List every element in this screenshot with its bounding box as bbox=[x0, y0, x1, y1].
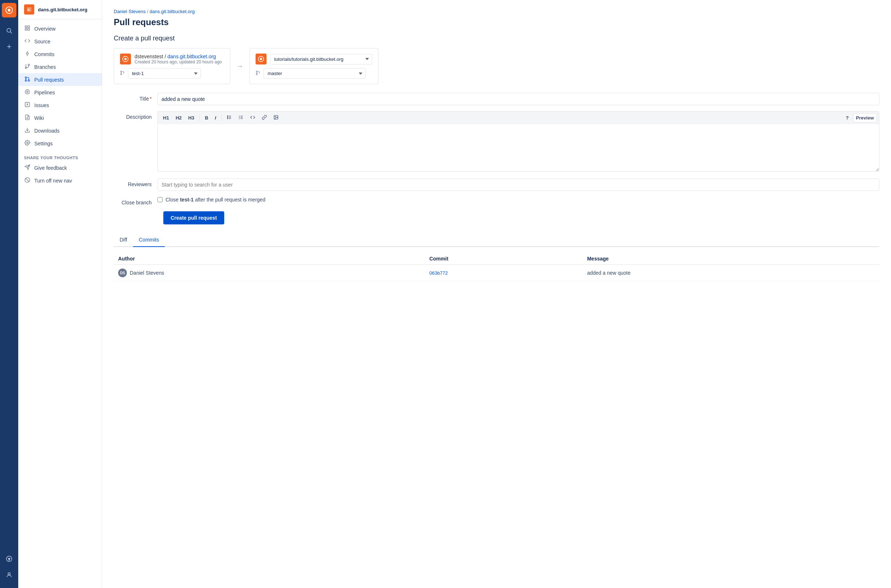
svg-point-21 bbox=[25, 80, 27, 81]
toolbar-ul[interactable] bbox=[224, 113, 235, 123]
toolbar-preview[interactable]: Preview bbox=[853, 113, 877, 122]
wiki-icon bbox=[24, 114, 31, 122]
svg-point-38 bbox=[124, 58, 126, 60]
sidebar-item-label-commits: Commits bbox=[34, 51, 54, 57]
sidebar-logo: S bbox=[24, 4, 34, 15]
svg-point-52 bbox=[227, 118, 228, 119]
app-logo[interactable] bbox=[2, 3, 17, 18]
description-row: Description H1 H2 H3 B I 1.2.3. bbox=[114, 111, 879, 172]
svg-line-36 bbox=[26, 178, 29, 182]
svg-rect-11 bbox=[25, 26, 27, 28]
tabs: Diff Commits bbox=[114, 233, 879, 247]
sidebar-item-label-pr: Pull requests bbox=[34, 77, 64, 83]
source-repo-meta: Created 20 hours ago, updated 20 hours a… bbox=[135, 59, 222, 64]
toolbar-right: ? Preview bbox=[843, 113, 877, 122]
svg-point-34 bbox=[27, 142, 28, 144]
toolbar-h2[interactable]: H2 bbox=[173, 113, 185, 122]
sidebar-item-label-feedback: Give feedback bbox=[34, 165, 67, 171]
sidebar-item-feedback[interactable]: Give feedback bbox=[18, 161, 102, 174]
user-icon[interactable] bbox=[2, 568, 17, 582]
sidebar-item-commits[interactable]: Commits bbox=[18, 48, 102, 60]
target-branch-select[interactable]: master bbox=[264, 68, 366, 79]
sidebar-item-settings[interactable]: Settings bbox=[18, 137, 102, 150]
settings-icon bbox=[24, 140, 31, 147]
svg-text:?: ? bbox=[8, 557, 10, 561]
sidebar-item-branches[interactable]: Branches bbox=[18, 60, 102, 73]
close-branch-checkbox[interactable] bbox=[158, 197, 162, 202]
svg-point-50 bbox=[227, 116, 228, 117]
sidebar-item-label-turn-off: Turn off new nav bbox=[34, 178, 72, 184]
sidebar-item-turn-off-nav[interactable]: Turn off new nav bbox=[18, 174, 102, 187]
svg-point-43 bbox=[260, 58, 262, 60]
sidebar-item-overview[interactable]: Overview bbox=[18, 22, 102, 35]
target-branch-icon bbox=[255, 70, 261, 77]
target-repo-avatar bbox=[255, 54, 266, 64]
branches-icon bbox=[24, 63, 31, 70]
sidebar: S dans.git.bitbucket.org Overview Source… bbox=[18, 0, 102, 588]
toolbar-image[interactable] bbox=[270, 113, 281, 123]
svg-point-51 bbox=[227, 117, 228, 118]
col-message: Message bbox=[583, 253, 879, 265]
svg-point-8 bbox=[8, 573, 10, 575]
svg-point-40 bbox=[121, 70, 122, 72]
toolbar-help[interactable]: ? bbox=[843, 113, 852, 122]
breadcrumb-user[interactable]: Daniel Stevens bbox=[114, 9, 146, 14]
toolbar-code[interactable] bbox=[247, 113, 258, 123]
issues-icon bbox=[24, 102, 31, 109]
commit-hash[interactable]: 063b772 bbox=[430, 270, 448, 276]
sidebar-item-label-downloads: Downloads bbox=[34, 128, 59, 134]
toolbar-h3[interactable]: H3 bbox=[185, 113, 197, 122]
toolbar-ol[interactable]: 1.2.3. bbox=[236, 113, 246, 123]
feedback-icon bbox=[24, 164, 31, 171]
sidebar-repo-name: dans.git.bitbucket.org bbox=[38, 7, 87, 12]
source-repo-name: dstevenstest / dans.git.bitbucket.org bbox=[135, 54, 222, 59]
sidebar-item-source[interactable]: Source bbox=[18, 35, 102, 48]
reviewers-input[interactable] bbox=[158, 178, 879, 191]
overview-icon bbox=[24, 25, 31, 32]
pull-requests-icon bbox=[24, 76, 31, 83]
main-content: Daniel Stevens / dans.git.bitbucket.org … bbox=[102, 0, 891, 588]
tab-commits[interactable]: Commits bbox=[133, 233, 165, 247]
avatar: DS bbox=[118, 268, 127, 277]
toolbar-bold[interactable]: B bbox=[202, 113, 211, 122]
source-icon bbox=[24, 38, 31, 45]
target-repo-select[interactable]: tutorials/tutorials.git.bitbucket.org bbox=[270, 54, 372, 64]
title-input[interactable] bbox=[158, 93, 879, 105]
source-branch-select[interactable]: test-1 bbox=[128, 68, 201, 79]
create-icon[interactable] bbox=[2, 39, 17, 54]
col-author: Author bbox=[114, 253, 425, 265]
sidebar-item-wiki[interactable]: Wiki bbox=[18, 111, 102, 124]
sidebar-item-label-wiki: Wiki bbox=[34, 115, 44, 121]
share-section-label: SHARE YOUR THOUGHTS bbox=[18, 150, 102, 161]
description-textarea[interactable] bbox=[158, 124, 879, 172]
svg-rect-12 bbox=[28, 26, 30, 28]
title-label: Title bbox=[114, 93, 158, 102]
source-repo-link[interactable]: dans.git.bitbucket.org bbox=[167, 54, 216, 59]
toolbar-link[interactable] bbox=[259, 113, 270, 123]
create-pull-request-button[interactable]: Create pull request bbox=[163, 211, 224, 224]
commit-message: added a new quote bbox=[583, 265, 879, 281]
sidebar-item-downloads[interactable]: Downloads bbox=[18, 124, 102, 137]
author-cell: DS Daniel Stevens bbox=[118, 268, 421, 277]
breadcrumb-repo[interactable]: dans.git.bitbucket.org bbox=[149, 9, 195, 14]
sidebar-item-label-settings: Settings bbox=[34, 141, 53, 147]
sidebar-item-pipelines[interactable]: Pipelines bbox=[18, 86, 102, 99]
toolbar-h1[interactable]: H1 bbox=[160, 113, 172, 122]
search-icon[interactable] bbox=[2, 23, 17, 38]
svg-point-2 bbox=[7, 28, 11, 32]
toolbar-italic[interactable]: I bbox=[212, 113, 219, 122]
help-icon[interactable]: ? bbox=[2, 552, 17, 566]
sidebar-item-pull-requests[interactable]: Pull requests bbox=[18, 73, 102, 86]
svg-point-1 bbox=[8, 9, 10, 11]
source-repo-box: dstevenstest / dans.git.bitbucket.org Cr… bbox=[114, 48, 230, 84]
turn-off-nav-icon bbox=[24, 177, 31, 184]
icon-bar: ? bbox=[0, 0, 18, 588]
description-toolbar: H1 H2 H3 B I 1.2.3. bbox=[158, 111, 879, 124]
pr-endpoints: dstevenstest / dans.git.bitbucket.org Cr… bbox=[114, 48, 879, 84]
commits-icon bbox=[24, 51, 31, 57]
downloads-icon bbox=[24, 127, 31, 134]
svg-point-23 bbox=[28, 80, 30, 81]
page-title: Pull requests bbox=[114, 17, 879, 27]
sidebar-item-issues[interactable]: Issues bbox=[18, 99, 102, 111]
tab-diff[interactable]: Diff bbox=[114, 233, 133, 247]
